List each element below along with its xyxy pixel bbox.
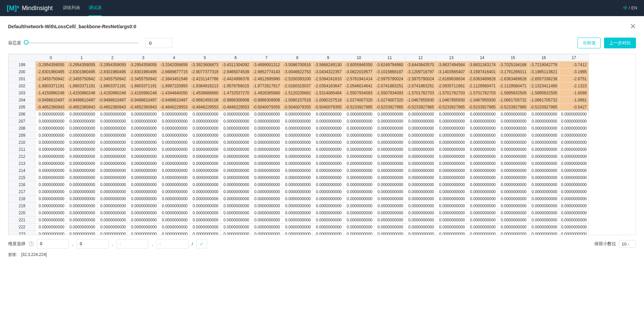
data-cell[interactable]: -3.6443643570: [405, 61, 436, 69]
data-cell[interactable]: 0.0000000000: [220, 203, 251, 210]
data-cell[interactable]: 0.0000000000: [220, 125, 251, 132]
data-cell[interactable]: 0.0000000000: [66, 167, 97, 174]
data-cell[interactable]: 0.0000000000: [97, 181, 128, 188]
data-cell[interactable]: -1.0467855930: [467, 97, 498, 104]
data-cell[interactable]: 0.0000000000: [374, 224, 405, 231]
data-cell[interactable]: 0.0000000000: [343, 203, 374, 210]
data-cell[interactable]: 0.0000000000: [343, 210, 374, 217]
data-cell[interactable]: 0.0000000000: [97, 210, 128, 217]
data-cell[interactable]: -2.3455750942: [128, 76, 159, 83]
data-cell[interactable]: 0.0000000000: [66, 231, 97, 235]
col-header[interactable]: 1: [66, 54, 97, 61]
data-cell[interactable]: 0.0000000000: [405, 160, 436, 167]
data-cell[interactable]: 0.0000000000: [128, 217, 159, 224]
data-cell[interactable]: 0.0000000000: [374, 174, 405, 181]
tolerance-slider[interactable]: [25, 42, 139, 44]
data-cell[interactable]: 0.0000000000: [436, 146, 467, 153]
data-cell[interactable]: 0.0000000000: [189, 210, 220, 217]
data-cell[interactable]: 0.0000000000: [528, 160, 559, 167]
col-header[interactable]: 14: [467, 54, 498, 61]
data-cell[interactable]: 0.0000000000: [189, 174, 220, 181]
data-cell[interactable]: 0.0000000000: [374, 146, 405, 153]
data-cell[interactable]: -0.4652380943: [97, 104, 128, 111]
data-cell[interactable]: 0.0000000000: [97, 132, 128, 139]
data-cell[interactable]: 0.0000000000: [374, 195, 405, 203]
data-cell[interactable]: 0.0000000000: [436, 224, 467, 231]
row-header[interactable]: 218: [9, 195, 36, 203]
data-cell[interactable]: 0.0000000000: [528, 231, 559, 235]
data-cell[interactable]: 0.0000000000: [559, 174, 589, 181]
data-cell[interactable]: 0.0000000000: [436, 231, 467, 235]
data-cell[interactable]: 0.0000000000: [559, 160, 589, 167]
data-cell[interactable]: 0.0000000000: [436, 181, 467, 188]
data-cell[interactable]: 0.0000000000: [528, 181, 559, 188]
data-cell[interactable]: -2.6557338238: [528, 76, 559, 83]
dim-input-2[interactable]: [117, 239, 148, 249]
data-cell[interactable]: 0.0000000000: [374, 181, 405, 188]
data-cell[interactable]: 0.0000000000: [467, 111, 498, 118]
row-header[interactable]: 214: [9, 167, 36, 174]
data-cell[interactable]: 0.0000000000: [97, 188, 128, 195]
data-cell[interactable]: 0.0000000000: [405, 167, 436, 174]
data-cell[interactable]: 0.0000000000: [436, 195, 467, 203]
data-cell[interactable]: 0.0000000000: [313, 125, 343, 132]
data-cell[interactable]: 0.0000000000: [498, 224, 528, 231]
data-cell[interactable]: 0.0000000000: [498, 195, 528, 203]
data-cell[interactable]: 0.0000000000: [189, 153, 220, 160]
data-cell[interactable]: 0.0000000000: [405, 224, 436, 231]
row-header[interactable]: 199: [9, 61, 36, 69]
data-cell[interactable]: 0.0000000000: [159, 111, 190, 118]
data-cell[interactable]: 0.0000000000: [498, 181, 528, 188]
data-cell[interactable]: 0.0000000000: [498, 125, 528, 132]
data-cell[interactable]: 0.0000000000: [251, 195, 282, 203]
data-cell[interactable]: -2.3455750942: [66, 76, 97, 83]
data-cell[interactable]: 0.0000000000: [220, 231, 251, 235]
data-cell[interactable]: 0.0000000000: [282, 125, 313, 132]
data-cell[interactable]: -1.5507934093: [343, 90, 374, 97]
col-header[interactable]: 0: [36, 54, 66, 61]
data-cell[interactable]: 0.0000000000: [405, 188, 436, 195]
data-cell[interactable]: 0.0000000000: [97, 160, 128, 167]
data-cell[interactable]: 0.0000000000: [189, 160, 220, 167]
data-cell[interactable]: 0.0000000000: [528, 224, 559, 231]
data-cell[interactable]: 0.0000000000: [220, 139, 251, 146]
data-cell[interactable]: 0.0000000000: [343, 153, 374, 160]
data-cell[interactable]: 0.0000000000: [36, 231, 66, 235]
data-cell[interactable]: -1.0467855930: [405, 97, 436, 104]
data-cell[interactable]: -1.4150990248: [128, 90, 159, 97]
lang-zh[interactable]: 中: [623, 5, 628, 10]
data-cell[interactable]: -3.5668249130: [313, 61, 343, 69]
data-cell[interactable]: 0.0000000000: [159, 174, 190, 181]
language-switch[interactable]: 中 / EN: [623, 5, 637, 11]
data-cell[interactable]: 0.0000000000: [97, 203, 128, 210]
col-header[interactable]: 5: [189, 54, 220, 61]
data-cell[interactable]: 0.0000000000: [436, 188, 467, 195]
data-cell[interactable]: 0.0000000000: [66, 203, 97, 210]
data-cell[interactable]: 0.0000000000: [374, 118, 405, 125]
data-cell[interactable]: -1.4150990248: [97, 90, 128, 97]
data-cell[interactable]: 0.0000000000: [251, 111, 282, 118]
data-cell[interactable]: 0.0000000000: [467, 139, 498, 146]
data-cell[interactable]: -1.0467855930: [436, 97, 467, 104]
data-cell[interactable]: 0.0000000000: [343, 181, 374, 188]
data-cell[interactable]: 0.0000000000: [498, 139, 528, 146]
data-cell[interactable]: 0.0000000000: [436, 139, 467, 146]
data-cell[interactable]: 0.0000000000: [405, 203, 436, 210]
data-cell[interactable]: 0.0000000000: [128, 125, 159, 132]
data-cell[interactable]: -1.4150990248: [36, 90, 66, 97]
data-cell[interactable]: 0.0000000000: [528, 125, 559, 132]
data-cell[interactable]: 0.0000000000: [159, 167, 190, 174]
row-header[interactable]: 208: [9, 125, 36, 132]
data-cell[interactable]: 0.0000000000: [282, 146, 313, 153]
data-cell[interactable]: 0.0000000000: [97, 146, 128, 153]
data-cell[interactable]: 0.0000000000: [251, 231, 282, 235]
data-cell[interactable]: -3.0046622753: [282, 69, 313, 76]
data-cell[interactable]: -1.4926385880: [251, 90, 282, 97]
data-cell[interactable]: -3.1403565407: [436, 69, 467, 76]
data-cell[interactable]: -2.3455750942: [36, 76, 66, 83]
data-cell[interactable]: 0.0000000000: [282, 224, 313, 231]
data-cell[interactable]: 0.0000000000: [467, 203, 498, 210]
data-cell[interactable]: 0.0000000000: [313, 203, 343, 210]
data-cell[interactable]: -1.6089: [559, 90, 589, 97]
data-cell[interactable]: 0.0000000000: [189, 231, 220, 235]
